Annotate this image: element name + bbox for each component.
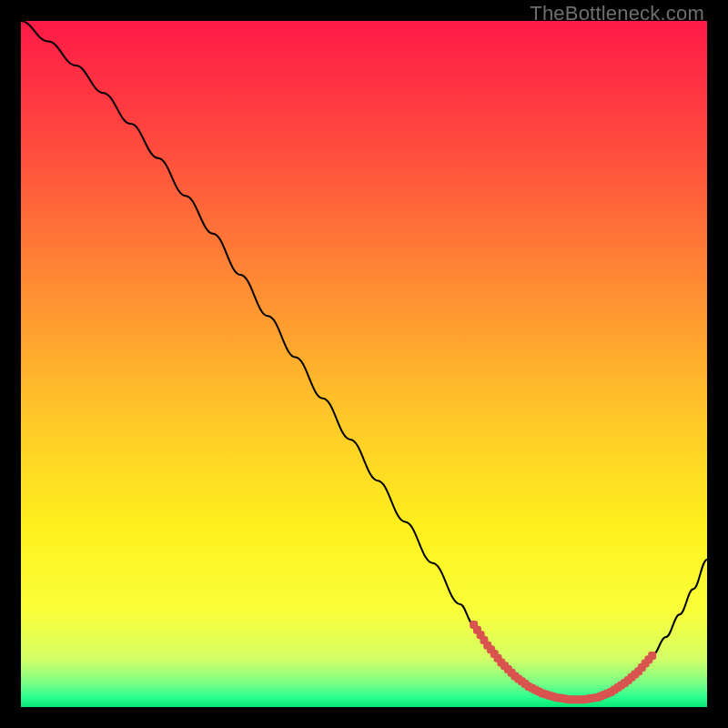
chart-frame: TheBottleneck.com [0, 0, 728, 728]
bottleneck-marker-dot [648, 652, 656, 660]
chart-svg [21, 21, 707, 707]
gradient-background [21, 21, 707, 707]
plot-area [21, 21, 707, 707]
